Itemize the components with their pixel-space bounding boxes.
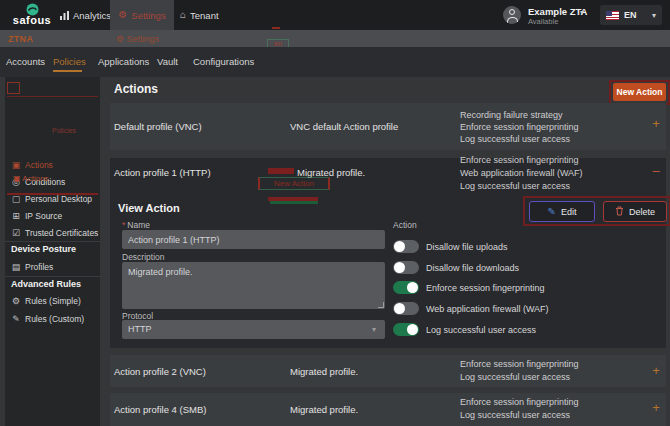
new-action-button[interactable]: New Action	[613, 83, 666, 101]
toggle-enforce-session-fingerprinting[interactable]	[393, 281, 419, 294]
sidebar-item-rules-simple[interactable]: ⚙ Rules (Simple)	[5, 293, 100, 309]
name-label: *Name	[122, 220, 150, 230]
sidebar-item-conditions[interactable]: ◎ Conditions	[5, 174, 100, 190]
pencil-icon: ✎	[548, 207, 556, 217]
top-bar: safous Analytics ⚙ Settings ⌂ Tenant Exa…	[0, 0, 670, 30]
nav-settings-active[interactable]: ⚙ Settings	[110, 0, 174, 30]
nav-analytics[interactable]: Analytics	[60, 0, 111, 30]
settings-tab-bar: Accounts Policies Applications Vault Con…	[0, 47, 670, 77]
sidebar-item-personal-desktop[interactable]: ▢ Personal Desktop	[5, 191, 100, 207]
action-row-feature: Recording failure strategy	[460, 110, 563, 120]
app-window: safous Analytics ⚙ Settings ⌂ Tenant Exa…	[0, 0, 670, 426]
person-icon	[509, 9, 515, 15]
active-tab-underline	[53, 70, 82, 72]
expand-row-button[interactable]: +	[649, 401, 663, 414]
nav-tenant[interactable]: ⌂ Tenant	[180, 0, 219, 30]
sidebar-divider	[5, 276, 100, 277]
edit-button[interactable]: ✎ Edit	[529, 201, 595, 222]
action-row-feature: Enforce session fingerprinting	[460, 359, 579, 369]
tab-vault[interactable]: Vault	[157, 47, 178, 77]
tab-applications[interactable]: Applications	[98, 47, 149, 77]
toggle-log-successful-user-access[interactable]	[393, 323, 419, 336]
trash-icon	[615, 206, 624, 218]
tab-accounts[interactable]: Accounts	[6, 47, 45, 77]
chevron-down-icon: ▾	[652, 11, 656, 20]
page-title: Actions	[114, 82, 158, 96]
toggle-label: Log successful user access	[426, 325, 536, 335]
toggle-disallow-file-downloads[interactable]	[393, 261, 419, 274]
user-name[interactable]: Example ZTA	[528, 6, 587, 17]
gear-icon: ⚙	[118, 10, 127, 20]
language-label: EN	[624, 10, 647, 20]
sidebar-item-trusted-certificates[interactable]: ☑ Trusted Certificates	[5, 225, 100, 241]
sidebar-item-rules-custom[interactable]: ✎ Rules (Custom)	[5, 311, 100, 327]
breadcrumb-bar: ZTNA	[0, 30, 670, 47]
action-row-name: Action profile 4 (SMB)	[114, 404, 206, 415]
action-column-label: Action	[393, 220, 417, 230]
collapse-row-button[interactable]: –	[649, 164, 663, 177]
pen-icon: ✎	[11, 315, 21, 324]
delete-button[interactable]: Delete	[603, 201, 667, 222]
toggle-label: Disallow file downloads	[426, 263, 519, 273]
toggle-label: Web application firewall (WAF)	[426, 304, 549, 314]
description-field[interactable]: Migrated profile.	[122, 262, 385, 309]
action-row-feature: Enforce session fingerprinting	[460, 397, 579, 407]
safous-logo-text: safous	[6, 14, 58, 26]
sidebar-divider	[5, 241, 100, 242]
bar-chart-icon	[60, 11, 69, 20]
required-asterisk: *	[122, 220, 125, 230]
action-row-name: Default profile (VNC)	[114, 121, 202, 132]
safous-logo[interactable]: safous	[6, 1, 58, 29]
action-row-description: VNC default Action profile	[290, 121, 398, 132]
action-row-feature: Web application firewall (WAF)	[460, 168, 583, 178]
conditions-icon: ◎	[11, 178, 21, 187]
sidebar-item-profiles[interactable]: ▤ Profiles	[5, 259, 100, 275]
language-selector[interactable]: EN ▾	[600, 5, 662, 25]
action-row-description: Migrated profile.	[290, 404, 358, 415]
chevron-down-icon[interactable]: ▾	[580, 8, 584, 17]
action-row-name: Action profile 2 (VNC)	[114, 366, 206, 377]
user-avatar[interactable]	[503, 6, 521, 24]
action-row-feature: Log successful user access	[460, 372, 570, 382]
certificate-icon: ☑	[11, 229, 21, 238]
action-row-feature: Log successful user access	[460, 134, 570, 144]
action-row-name: Action profile 1 (HTTP)	[114, 167, 211, 178]
gear-icon: ⚙	[11, 297, 21, 306]
sidebar-item-ip-source[interactable]: ⊞ IP Source	[5, 208, 100, 224]
action-row-description: Migrated profile.	[290, 366, 358, 377]
nav-tenant-label: Tenant	[190, 10, 219, 21]
actions-icon: ▣	[11, 161, 21, 170]
sidebar-header-advanced-rules: Advanced Rules	[11, 279, 81, 289]
breadcrumb: ZTNA	[8, 34, 33, 44]
toggle-disallow-file-uploads[interactable]	[393, 240, 419, 253]
desktop-icon: ▢	[11, 195, 21, 204]
sidebar-header-device-posture: Device Posture	[11, 244, 76, 254]
sidebar-item-actions[interactable]: ▣ Actions	[5, 157, 100, 173]
action-row-feature: Log successful user access	[460, 410, 570, 420]
toggle-web-application-firewall[interactable]	[393, 302, 419, 315]
protocol-select[interactable]: HTTP	[122, 320, 385, 339]
action-row-description: Migrated profile.	[297, 167, 365, 178]
name-field[interactable]	[122, 230, 385, 249]
toggle-label: Disallow file uploads	[426, 242, 508, 252]
nav-analytics-label: Analytics	[73, 10, 111, 21]
policies-sidebar: ▣ Actions ◎ Conditions ▢ Personal Deskto…	[5, 77, 100, 426]
user-status: Available	[528, 17, 558, 26]
description-label: Description	[122, 252, 165, 262]
tab-configurations[interactable]: Configurations	[193, 47, 254, 77]
tenant-icon: ⌂	[180, 10, 186, 20]
expand-row-button[interactable]: +	[649, 117, 663, 130]
nav-settings-label: Settings	[131, 10, 165, 21]
toggle-label: Enforce session fingerprinting	[426, 283, 545, 293]
network-icon: ⊞	[11, 212, 21, 221]
view-action-title: View Action	[118, 202, 180, 214]
action-row-feature: Enforce session fingerprinting	[460, 122, 579, 132]
tab-policies[interactable]: Policies	[53, 47, 86, 77]
action-row-feature: Enforce session fingerprinting	[460, 155, 579, 165]
expand-row-button[interactable]: +	[649, 364, 663, 377]
profiles-icon: ▤	[11, 263, 21, 272]
us-flag-icon	[606, 11, 619, 20]
action-row-feature: Log successful user access	[460, 181, 570, 191]
